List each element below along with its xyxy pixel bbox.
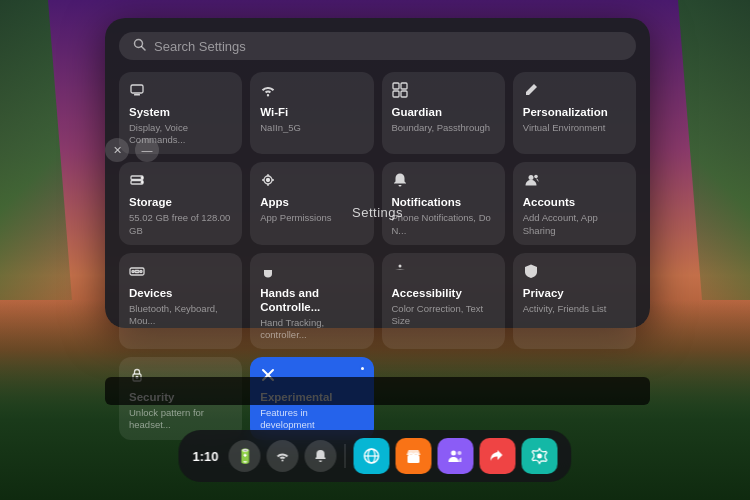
store-app-icon[interactable]	[396, 438, 432, 474]
privacy-title: Privacy	[523, 287, 626, 301]
svg-rect-23	[135, 270, 139, 272]
search-icon	[133, 38, 146, 54]
guardian-icon	[392, 82, 495, 102]
wifi-icon	[260, 82, 363, 102]
notifications-title: Notifications	[392, 196, 495, 210]
wifi-subtitle: NaIIn_5G	[260, 122, 363, 134]
svg-rect-7	[401, 91, 407, 97]
svg-point-10	[141, 177, 143, 179]
search-bar[interactable]: Search Settings	[119, 32, 636, 60]
svg-rect-6	[393, 91, 399, 97]
settings-item-guardian[interactable]: GuardianBoundary, Passthrough	[382, 72, 505, 154]
people-app-icon[interactable]	[438, 438, 474, 474]
personalization-title: Personalization	[523, 106, 626, 120]
storage-subtitle: 55.02 GB free of 128.00 GB	[129, 212, 232, 237]
storage-title: Storage	[129, 196, 232, 210]
devices-icon	[129, 263, 232, 283]
settings-item-notifications[interactable]: NotificationsPhone Notifications, Do N..…	[382, 162, 505, 244]
privacy-icon	[523, 263, 626, 283]
devices-title: Devices	[129, 287, 232, 301]
svg-point-18	[528, 175, 533, 180]
svg-rect-2	[131, 85, 143, 93]
svg-line-1	[142, 47, 146, 51]
devices-subtitle: Bluetooth, Keyboard, Mou...	[129, 303, 232, 328]
guardian-subtitle: Boundary, Passthrough	[392, 122, 495, 134]
accounts-subtitle: Add Account, App Sharing	[523, 212, 626, 237]
settings-item-apps[interactable]: AppsApp Permissions	[250, 162, 373, 244]
settings-item-accounts[interactable]: AccountsAdd Account, App Sharing	[513, 162, 636, 244]
home-app-icon[interactable]	[354, 438, 390, 474]
svg-rect-5	[401, 83, 407, 89]
system-title: System	[129, 106, 232, 120]
settings-item-privacy[interactable]: PrivacyActivity, Friends List	[513, 253, 636, 349]
privacy-subtitle: Activity, Friends List	[523, 303, 626, 315]
hands-subtitle: Hand Tracking, controller...	[260, 317, 363, 342]
personalization-icon	[523, 82, 626, 102]
palm-left	[0, 0, 120, 300]
share-app-icon[interactable]	[480, 438, 516, 474]
battery-icon: 🔋	[229, 440, 261, 472]
accessibility-icon	[392, 263, 495, 283]
hands-title: Hands and Controlle...	[260, 287, 363, 315]
settings-item-personalization[interactable]: PersonalizationVirtual Environment	[513, 72, 636, 154]
apps-title: Apps	[260, 196, 363, 210]
settings-item-wifi[interactable]: Wi-FiNaIIn_5G	[250, 72, 373, 154]
experimental-dot	[359, 365, 366, 372]
svg-point-11	[141, 182, 143, 184]
svg-point-21	[132, 270, 134, 272]
svg-point-22	[140, 270, 142, 272]
search-placeholder: Search Settings	[154, 39, 246, 54]
accessibility-subtitle: Color Correction, Text Size	[392, 303, 495, 328]
accessibility-title: Accessibility	[392, 287, 495, 301]
wifi-title: Wi-Fi	[260, 106, 363, 120]
accounts-title: Accounts	[523, 196, 626, 210]
storage-icon	[129, 172, 232, 192]
wifi-taskbar-icon	[267, 440, 299, 472]
minimize-button[interactable]: —	[135, 138, 159, 162]
window-controls: ✕ —	[105, 138, 159, 162]
security-subtitle: Unlock pattern for headset...	[129, 407, 232, 432]
accounts-icon	[523, 172, 626, 192]
close-button[interactable]: ✕	[105, 138, 129, 162]
settings-label: Settings	[352, 205, 403, 220]
svg-point-37	[537, 454, 542, 459]
apps-icon	[260, 172, 363, 192]
settings-item-devices[interactable]: DevicesBluetooth, Keyboard, Mou...	[119, 253, 242, 349]
svg-point-36	[458, 451, 462, 455]
svg-point-35	[451, 451, 456, 456]
settings-item-hands[interactable]: Hands and Controlle...Hand Tracking, con…	[250, 253, 373, 349]
settings-app-icon[interactable]	[522, 438, 558, 474]
personalization-subtitle: Virtual Environment	[523, 122, 626, 134]
taskbar: 1:10 🔋	[178, 430, 571, 482]
media-bar	[105, 377, 650, 405]
settings-item-accessibility[interactable]: AccessibilityColor Correction, Text Size	[382, 253, 505, 349]
apps-subtitle: App Permissions	[260, 212, 363, 224]
svg-point-19	[534, 175, 538, 179]
notifications-icon	[392, 172, 495, 192]
svg-rect-3	[134, 94, 140, 96]
hands-icon	[260, 263, 363, 283]
experimental-subtitle: Features in development	[260, 407, 363, 432]
settings-panel: Search Settings SystemDisplay, Voice Com…	[105, 18, 650, 328]
svg-point-24	[398, 264, 401, 267]
notifications-subtitle: Phone Notifications, Do N...	[392, 212, 495, 237]
taskbar-time: 1:10	[192, 449, 218, 464]
taskbar-separator	[345, 444, 346, 468]
notification-taskbar-icon	[305, 440, 337, 472]
svg-rect-4	[393, 83, 399, 89]
svg-point-13	[267, 179, 270, 182]
guardian-title: Guardian	[392, 106, 495, 120]
system-icon	[129, 82, 232, 102]
settings-item-storage[interactable]: Storage55.02 GB free of 128.00 GB	[119, 162, 242, 244]
